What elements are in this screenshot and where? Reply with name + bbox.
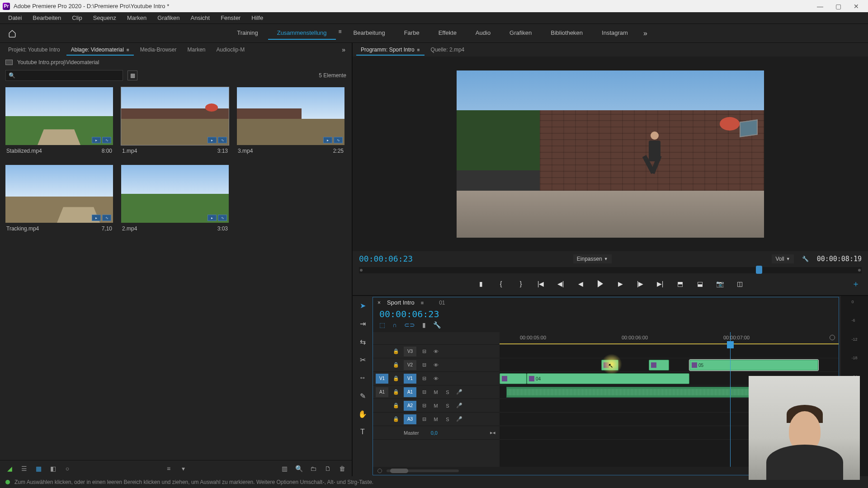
sync-lock-icon[interactable]: ⊟ (420, 362, 428, 368)
ws-instagram[interactable]: Instagram (593, 27, 637, 40)
export-frame-icon[interactable]: 📷 (715, 279, 725, 289)
tab-ablage[interactable]: Ablage: Videomaterial≡ (66, 45, 134, 55)
menu-bearbeiten[interactable]: Bearbeiten (28, 13, 66, 23)
eye-icon[interactable]: 👁 (432, 362, 440, 368)
timeline-clip[interactable]: 04 (527, 373, 689, 384)
source-patch[interactable]: A1 (376, 387, 388, 397)
solo-icon[interactable]: S (443, 403, 452, 408)
frame-fwd-icon[interactable]: ▶ (615, 279, 625, 289)
tab-quelle[interactable]: Quelle: 2.mp4 (426, 45, 469, 55)
track-v1[interactable]: V1🔒V1⊟👁 (373, 372, 500, 385)
timeline-clip[interactable] (601, 360, 618, 371)
lock-icon[interactable]: 🔒 (392, 375, 400, 381)
timeline-clip[interactable] (500, 373, 527, 384)
automate-icon[interactable]: ▥ (280, 465, 288, 473)
panel-menu-icon[interactable]: ≡ (127, 47, 129, 52)
mute-icon[interactable]: M (432, 403, 440, 408)
menu-hilfe[interactable]: Hilfe (247, 13, 268, 23)
clip-stabilized[interactable]: ▸∿ Stabilized.mp48:00 (5, 87, 113, 157)
selection-tool-icon[interactable]: ➤ (357, 300, 368, 311)
type-tool-icon[interactable]: T (357, 426, 368, 438)
hand-tool-icon[interactable]: ✋ (357, 408, 368, 420)
track-label[interactable]: V1 (404, 374, 416, 384)
sync-lock-icon[interactable]: ⊟ (420, 375, 428, 381)
menu-datei[interactable]: Datei (4, 13, 26, 23)
go-to-out-icon[interactable]: ▶| (655, 279, 665, 289)
clip-1mp4[interactable]: ▸∿ 1.mp43:13 (121, 87, 229, 157)
ws-panel-menu-icon[interactable]: ≡ (337, 27, 344, 40)
step-fwd-icon[interactable]: |▶ (635, 279, 645, 289)
track-a3[interactable]: 🔒A3⊟MS🎤 (373, 413, 500, 426)
new-bin-icon[interactable]: 🗀 (309, 465, 317, 473)
close-button[interactable]: ✕ (847, 0, 865, 12)
list-view-icon[interactable]: ☰ (20, 465, 28, 473)
sync-lock-icon[interactable]: ⊟ (420, 403, 428, 408)
marker-icon[interactable]: ▮ (422, 321, 426, 328)
razor-tool-icon[interactable]: ✂ (357, 354, 368, 366)
v2-lane[interactable]: 05 ↖ (500, 358, 839, 372)
track-label[interactable]: A1 (404, 387, 416, 397)
freeform-view-icon[interactable]: ◧ (49, 465, 57, 473)
frame-back-icon[interactable]: ◀ (576, 279, 585, 289)
ws-audio[interactable]: Audio (467, 27, 500, 40)
clip-tracking[interactable]: ▸∿ Tracking.mp47,10 (5, 165, 113, 235)
ws-bibliotheken[interactable]: Bibliotheken (542, 27, 592, 40)
program-scrub-bar[interactable] (359, 267, 862, 273)
track-v3[interactable]: 🔒V3⊟👁 (373, 345, 500, 358)
sync-lock-icon[interactable]: ⊟ (420, 416, 428, 422)
tl-opt-nested-icon[interactable]: ⬚ (379, 321, 385, 328)
ws-grafiken[interactable]: Grafiken (500, 27, 541, 40)
voiceover-icon[interactable]: 🎤 (455, 389, 463, 395)
solo-icon[interactable]: S (443, 389, 452, 395)
master-value[interactable]: 0,0 (431, 430, 438, 436)
icon-view-icon[interactable]: ▦ (34, 465, 42, 473)
ws-training[interactable]: Training (228, 27, 267, 40)
collapse-icon[interactable]: ▸◂ (489, 430, 497, 436)
tl-settings-icon[interactable]: 🔧 (433, 321, 441, 328)
sequence-name[interactable]: Sport Intro (387, 299, 415, 306)
zoom-slider[interactable] (387, 469, 459, 472)
track-a1[interactable]: A1🔒A1⊟MS🎤 (373, 385, 500, 399)
mark-in-icon[interactable]: ▮ (476, 279, 486, 289)
sort-dir-icon[interactable]: ▾ (179, 465, 187, 473)
sort-icon[interactable]: ≡ (165, 465, 173, 473)
panel-menu-icon[interactable]: ≡ (417, 47, 420, 52)
extract-icon[interactable]: ⬓ (695, 279, 705, 289)
lock-icon[interactable]: 🔒 (392, 403, 400, 408)
mute-icon[interactable]: M (432, 417, 440, 422)
track-a2[interactable]: 🔒A2⊟MS🎤 (373, 399, 500, 413)
menu-marken[interactable]: Marken (123, 13, 151, 23)
lock-icon[interactable]: 🔒 (392, 348, 400, 354)
menu-sequenz[interactable]: Sequenz (89, 13, 121, 23)
mark-in-bracket-icon[interactable]: { (496, 279, 506, 289)
minimize-button[interactable]: — (811, 0, 829, 12)
timeline-clip[interactable]: 05 (689, 360, 818, 371)
fit-dropdown[interactable]: Einpassen▼ (573, 254, 612, 263)
timeline-clip[interactable] (649, 360, 669, 371)
sync-lock-icon[interactable]: ⊟ (420, 389, 428, 395)
sync-lock-icon[interactable]: ⊟ (420, 348, 428, 354)
voiceover-icon[interactable]: 🎤 (455, 416, 463, 422)
tab-projekt[interactable]: Projekt: Youtube Intro (4, 45, 65, 55)
bin-icon[interactable] (5, 60, 13, 65)
track-label[interactable]: V2 (404, 360, 416, 370)
menu-grafiken[interactable]: Grafiken (153, 13, 184, 23)
track-label[interactable]: A2 (404, 401, 416, 411)
playhead[interactable] (730, 332, 731, 467)
program-viewer[interactable] (457, 70, 764, 238)
tab-audioclip[interactable]: Audioclip-M (212, 45, 250, 55)
ws-overflow-icon[interactable]: » (638, 27, 653, 40)
ws-bearbeitung[interactable]: Bearbeitung (344, 27, 394, 40)
playhead-handle[interactable] (756, 266, 762, 274)
home-icon[interactable] (6, 28, 18, 39)
menu-clip[interactable]: Clip (67, 13, 86, 23)
mark-out-bracket-icon[interactable]: } (516, 279, 526, 289)
timeline-timecode[interactable]: 00:00:06:23 (373, 308, 839, 320)
track-label[interactable]: A3 (404, 414, 416, 424)
search-input[interactable]: 🔍 (5, 70, 123, 81)
tab-media-browser[interactable]: Media-Browser (136, 45, 181, 55)
step-back-icon[interactable]: ◀| (556, 279, 566, 289)
zoom-slider-icon[interactable]: ○ (63, 465, 71, 473)
maximize-button[interactable]: ▢ (829, 0, 847, 12)
source-patch[interactable]: V1 (376, 374, 388, 384)
